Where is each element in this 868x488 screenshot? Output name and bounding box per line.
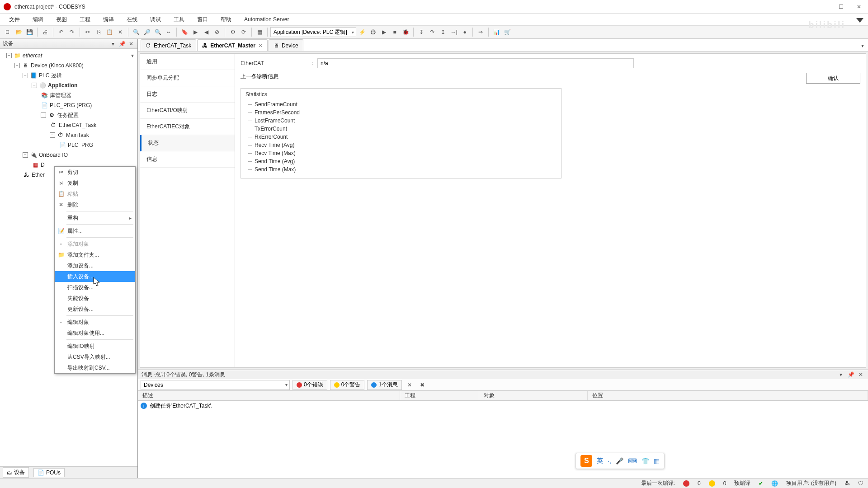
new-icon[interactable]: 🗋: [3, 27, 13, 37]
replace-icon[interactable]: ↔: [164, 27, 174, 37]
col-project[interactable]: 工程: [400, 391, 479, 400]
ime-lang[interactable]: 英: [597, 457, 603, 465]
bookmark-icon[interactable]: 🔖: [179, 27, 189, 37]
clear-all-icon[interactable]: ✖: [417, 380, 427, 390]
ctx-update-device[interactable]: 更新设备...: [55, 304, 135, 314]
ime-mic-icon[interactable]: 🎤: [616, 457, 623, 465]
redo-icon[interactable]: ↷: [67, 27, 77, 37]
step-into-icon[interactable]: ↧: [416, 27, 426, 37]
tab-overflow-icon[interactable]: ▾: [857, 40, 868, 51]
ime-grid-icon[interactable]: ▦: [654, 457, 660, 465]
ctx-disable-device[interactable]: 失能设备: [55, 293, 135, 304]
tree-toggle-icon[interactable]: −: [23, 152, 28, 158]
messages-grid-body[interactable]: i 创建任务'EtherCAT_Task'.: [138, 401, 868, 478]
ctx-copy[interactable]: ⎘复制: [55, 178, 135, 188]
save-icon[interactable]: 💾: [24, 27, 34, 37]
tab-pous[interactable]: 📄POUs: [33, 468, 65, 477]
infos-filter[interactable]: 1个消息: [367, 380, 402, 390]
tree-toggle-icon[interactable]: −: [50, 132, 55, 138]
minimize-button[interactable]: —: [817, 1, 828, 12]
menu-build[interactable]: 编译: [99, 14, 118, 25]
menu-window[interactable]: 窗口: [193, 14, 212, 25]
nav-status[interactable]: 状态: [140, 135, 235, 151]
step-out-icon[interactable]: ↥: [438, 27, 448, 37]
bookmark-prev-icon[interactable]: ◀: [201, 27, 211, 37]
ctx-refactor[interactable]: 重构▸: [55, 212, 135, 223]
shelf-icon[interactable]: 📊: [491, 27, 501, 37]
nav-sync[interactable]: 同步单元分配: [140, 70, 235, 86]
tree-root[interactable]: − 📁 ethercat ▾: [1, 51, 137, 61]
breakpoint-icon[interactable]: ●: [460, 27, 470, 37]
ctx-paste[interactable]: 📋粘贴: [55, 188, 135, 199]
shield-icon[interactable]: 🛡: [858, 480, 863, 487]
panel-dropdown-icon[interactable]: ▾: [109, 40, 117, 47]
ctx-add-obj[interactable]: ▫添加对象: [55, 239, 135, 249]
tab-close-icon[interactable]: ✕: [258, 42, 263, 49]
ctx-edit-obj-use[interactable]: 编辑对象使用...: [55, 328, 135, 338]
build-icon[interactable]: ⚙: [228, 27, 238, 37]
warnings-filter[interactable]: 0个警告: [330, 380, 365, 390]
tree-toggle-icon[interactable]: −: [32, 83, 37, 88]
server-icon[interactable]: 🖧: [844, 480, 850, 487]
logout-icon[interactable]: ⏻: [368, 27, 378, 37]
ctx-add-folder[interactable]: 📁添加文件夹...: [55, 249, 135, 260]
menu-tools[interactable]: 工具: [169, 14, 189, 25]
application-combo[interactable]: Application [Device: PLC 逻辑]: [270, 27, 356, 37]
menu-file[interactable]: 文件: [5, 14, 24, 25]
tree-row-dropdown-icon[interactable]: ▾: [131, 52, 134, 59]
tree-plc[interactable]: − 📘 PLC 逻辑: [1, 70, 137, 80]
open-icon[interactable]: 📂: [14, 27, 24, 37]
ctx-add-device[interactable]: 添加设备...: [55, 260, 135, 271]
tree-lib[interactable]: 📚 库管理器: [1, 90, 137, 100]
ctx-scan-device[interactable]: 扫描设备...: [55, 282, 135, 293]
ctx-properties[interactable]: 📝属性...: [55, 225, 135, 236]
ctx-edit-obj[interactable]: ▫编辑对象: [55, 317, 135, 328]
find-prev-icon[interactable]: 🔍: [153, 27, 163, 37]
ctx-edit-io[interactable]: 编辑IO映射: [55, 341, 135, 352]
menu-view[interactable]: 视图: [52, 14, 71, 25]
clear-icon[interactable]: ✕: [405, 380, 415, 390]
login-icon[interactable]: ⚡: [357, 27, 367, 37]
tree-application[interactable]: − ⚪ Application: [1, 80, 137, 90]
menu-help[interactable]: 帮助: [216, 14, 236, 25]
start-icon[interactable]: ▶: [379, 27, 389, 37]
nav-info[interactable]: 信息: [140, 151, 235, 168]
menu-automation-server[interactable]: Automation Server: [240, 14, 293, 24]
debug-icon[interactable]: 🐞: [401, 27, 410, 37]
tree-toggle-icon[interactable]: −: [6, 53, 12, 58]
cut-icon[interactable]: ✂: [83, 27, 93, 37]
tab-devices[interactable]: 🗂设备: [3, 467, 29, 478]
tree-ethercat-task[interactable]: ⏱ EtherCAT_Task: [1, 120, 137, 130]
cart-icon[interactable]: 🛒: [502, 27, 512, 37]
ctx-import-csv[interactable]: 从CSV导入映射...: [55, 352, 135, 362]
ctx-insert-device[interactable]: 插入设备...: [55, 271, 135, 282]
tree-plcprg[interactable]: 📄 PLC_PRG (PRG): [1, 100, 137, 110]
undo-icon[interactable]: ↶: [56, 27, 66, 37]
col-object[interactable]: 对象: [479, 391, 588, 400]
world-icon[interactable]: 🌐: [771, 480, 778, 487]
nav-log[interactable]: 日志: [140, 86, 235, 103]
run-to-cursor-icon[interactable]: →|: [449, 27, 459, 37]
nav-iec[interactable]: EtherCATIEC对象: [140, 119, 235, 135]
stop-icon[interactable]: ■: [390, 27, 400, 37]
ime-toolbar[interactable]: S 英 ·, 🎤 ⌨ 👕 ▦: [576, 453, 665, 469]
errors-filter[interactable]: 0个错误: [292, 380, 327, 390]
ime-skin-icon[interactable]: 👕: [642, 457, 649, 465]
ime-punct[interactable]: ·,: [608, 457, 611, 465]
find-icon[interactable]: 🔍: [131, 27, 141, 37]
tree-toggle-icon[interactable]: −: [23, 73, 28, 78]
window-icon[interactable]: ▦: [255, 27, 264, 37]
nav-io-map[interactable]: EtherCATI/O映射: [140, 103, 235, 119]
panel-close-icon[interactable]: ✕: [127, 40, 135, 47]
menu-edit[interactable]: 编辑: [28, 14, 48, 25]
find-next-icon[interactable]: 🔎: [142, 27, 152, 37]
ctx-cut[interactable]: ✂剪切: [55, 167, 135, 178]
nav-general[interactable]: 通用: [140, 54, 235, 70]
menu-project[interactable]: 工程: [75, 14, 95, 25]
bookmark-next-icon[interactable]: ▶: [190, 27, 200, 37]
tree-device[interactable]: − 🖥 Device (Kinco AK800): [1, 61, 137, 70]
ctx-export-csv[interactable]: 导出映射到CSV...: [55, 362, 135, 373]
tree-toggle-icon[interactable]: −: [14, 63, 20, 68]
message-row[interactable]: i 创建任务'EtherCAT_Task'.: [138, 401, 868, 411]
panel-close-icon[interactable]: ✕: [857, 371, 864, 378]
